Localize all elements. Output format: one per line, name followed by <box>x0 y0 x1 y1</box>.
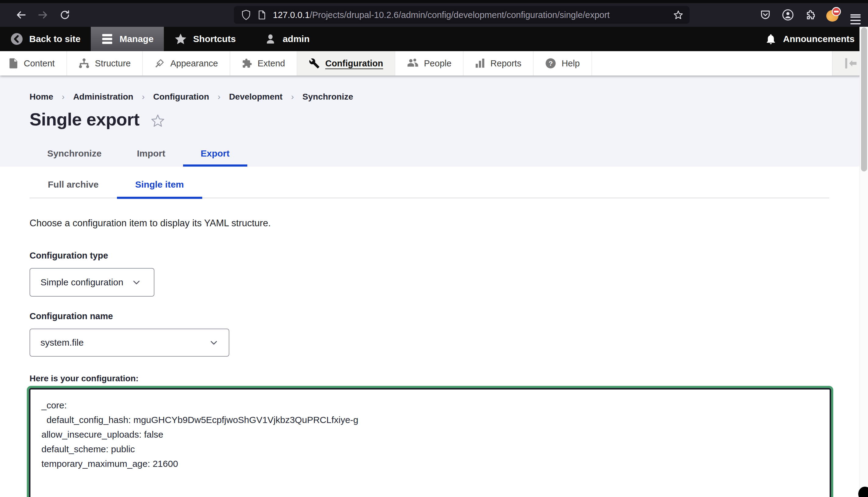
tab-label: Synchronize <box>47 148 101 159</box>
browser-tabstrip <box>0 0 868 3</box>
menu-item-appearance[interactable]: Appearance <box>143 51 230 75</box>
menu-item-label: Configuration <box>325 58 383 69</box>
menu-item-configuration[interactable]: Configuration <box>297 51 395 75</box>
breadcrumb-separator: › <box>62 92 65 102</box>
browser-back-button[interactable] <box>12 6 30 24</box>
menu-item-people[interactable]: People <box>395 51 464 75</box>
tab-label: Single item <box>135 179 184 190</box>
extensions-button[interactable] <box>803 8 817 22</box>
wrench-icon <box>309 58 320 69</box>
sitemap-icon <box>79 58 89 69</box>
configuration-type-label: Configuration type <box>30 251 868 261</box>
firefox-badge-icon <box>826 8 840 22</box>
secondary-tabs: Full archive Single item <box>30 171 829 198</box>
tab-export[interactable]: Export <box>183 140 247 167</box>
reload-icon <box>59 9 71 21</box>
intro-text: Choose a configuration item to display i… <box>30 218 868 229</box>
url-text: 127.0.0.1/Projects/drupal-10.2.6/admin/c… <box>273 10 610 20</box>
breadcrumb-separator: › <box>291 92 294 102</box>
svg-text:?: ? <box>549 60 553 67</box>
page-header: Home › Administration › Configuration › … <box>0 75 868 167</box>
menu-item-label: People <box>424 58 451 69</box>
yaml-textarea[interactable]: _core: default_config_hash: mguGHCYb9Dw5… <box>29 388 831 497</box>
tab-full-archive[interactable]: Full archive <box>30 171 117 198</box>
admin-user-button[interactable]: admin <box>254 27 320 51</box>
menu-item-help[interactable]: ? Help <box>533 51 592 75</box>
tab-label: Full archive <box>48 179 99 190</box>
pocket-button[interactable] <box>758 8 772 22</box>
back-to-site-button[interactable]: Back to site <box>0 27 91 51</box>
configuration-name-select[interactable]: system.file <box>30 329 229 357</box>
bar-chart-icon <box>475 58 485 69</box>
people-icon <box>407 58 418 69</box>
admin-menu-bar: Content Structure Appearance Extend Conf… <box>0 51 868 75</box>
configuration-type-select[interactable]: Simple configuration <box>30 268 154 297</box>
tab-label: Import <box>137 148 165 159</box>
browser-reload-button[interactable] <box>56 6 74 24</box>
menu-item-label: Help <box>561 58 580 69</box>
url-host: 127.0.0.1 <box>273 10 310 20</box>
tab-single-item[interactable]: Single item <box>117 171 202 198</box>
firefox-extension-badge-button[interactable] <box>826 8 840 22</box>
manage-menu-icon <box>101 33 113 44</box>
admin-toolbar: Back to site Manage Shortcuts admin Anno… <box>0 27 868 51</box>
admin-user-label: admin <box>283 34 310 44</box>
breadcrumb-link-development[interactable]: Development <box>229 92 283 102</box>
tab-synchronize[interactable]: Synchronize <box>30 140 119 167</box>
bookmark-star-icon[interactable] <box>673 10 683 20</box>
shortcuts-star-icon <box>174 32 187 45</box>
menu-item-structure[interactable]: Structure <box>67 51 143 75</box>
url-path: /Projects/drupal-10.2.6/admin/config/dev… <box>310 10 610 20</box>
announcements-button[interactable]: Announcements <box>754 27 868 51</box>
shield-icon[interactable] <box>241 10 251 20</box>
manage-label: Manage <box>119 34 154 44</box>
tab-import[interactable]: Import <box>119 140 183 167</box>
forward-arrow-icon <box>37 9 49 21</box>
menu-item-label: Content <box>24 58 55 69</box>
breadcrumb-link-configuration[interactable]: Configuration <box>153 92 209 102</box>
menu-item-label: Reports <box>490 58 522 69</box>
shortcuts-button[interactable]: Shortcuts <box>164 27 246 51</box>
menu-item-content[interactable]: Content <box>0 51 67 75</box>
file-icon <box>9 58 18 69</box>
configuration-name-value: system.file <box>41 338 84 348</box>
primary-tabs: Synchronize Import Export <box>30 140 868 167</box>
main-content: Full archive Single item Choose a config… <box>0 171 868 497</box>
breadcrumb-link-administration[interactable]: Administration <box>73 92 133 102</box>
browser-menu-button[interactable] <box>849 8 863 22</box>
mouse-cursor <box>858 487 868 497</box>
back-arrow-icon <box>15 9 27 21</box>
escape-admin-icon <box>10 32 23 45</box>
page-scrollbar[interactable] <box>859 27 868 497</box>
configuration-type-value: Simple configuration <box>41 277 123 287</box>
account-button[interactable] <box>781 8 795 22</box>
browser-chrome: 127.0.0.1/Projects/drupal-10.2.6/admin/c… <box>0 0 868 27</box>
configuration-output-label: Here is your configuration: <box>30 374 868 383</box>
user-icon <box>264 33 276 45</box>
configuration-name-label: Configuration name <box>30 311 868 321</box>
shortcuts-label: Shortcuts <box>193 34 236 44</box>
page-title: Single export <box>30 109 140 129</box>
chevron-down-icon <box>209 338 218 347</box>
breadcrumb-link-synchronize[interactable]: Synchronize <box>302 92 353 102</box>
bell-icon <box>765 33 777 45</box>
brush-icon <box>154 58 165 69</box>
url-bar[interactable]: 127.0.0.1/Projects/drupal-10.2.6/admin/c… <box>234 6 689 24</box>
menu-item-extend[interactable]: Extend <box>230 51 297 75</box>
menu-item-label: Appearance <box>170 58 218 69</box>
favorite-star-icon[interactable] <box>151 113 165 128</box>
menu-item-reports[interactable]: Reports <box>464 51 533 75</box>
browser-forward-button[interactable] <box>34 6 52 24</box>
puzzle-icon <box>242 58 252 69</box>
menu-item-label: Structure <box>95 58 131 69</box>
tab-label: Export <box>201 148 230 159</box>
scrollbar-thumb[interactable] <box>861 27 867 171</box>
manage-button[interactable]: Manage <box>91 27 164 51</box>
menu-item-label: Extend <box>258 58 285 69</box>
yaml-textarea-focus-ring: _core: default_config_hash: mguGHCYb9Dw5… <box>27 386 833 497</box>
hamburger-menu-icon <box>850 14 861 16</box>
page-info-icon[interactable] <box>258 10 266 20</box>
breadcrumb: Home › Administration › Configuration › … <box>30 92 868 102</box>
breadcrumb-separator: › <box>142 92 145 102</box>
breadcrumb-link-home[interactable]: Home <box>30 92 53 102</box>
